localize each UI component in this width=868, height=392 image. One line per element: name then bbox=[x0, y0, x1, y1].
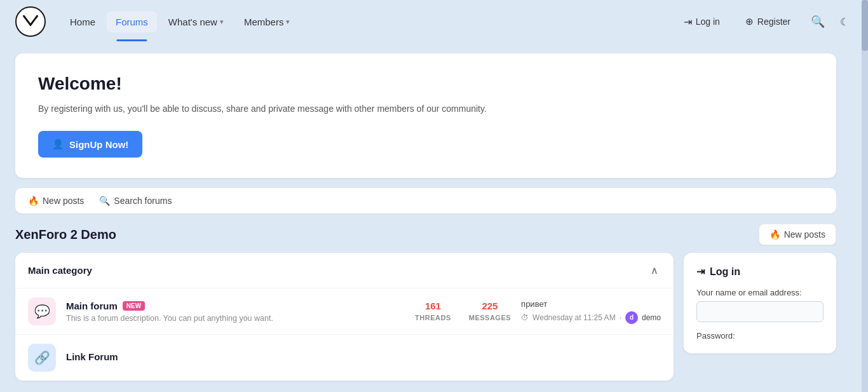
login-name-input[interactable] bbox=[696, 301, 824, 322]
forum-name-row: Main forum NEW bbox=[66, 301, 405, 311]
forum-latest: привет ⏱ Wednesday at 11:25 AM · d demo bbox=[521, 299, 661, 324]
new-badge: NEW bbox=[123, 301, 145, 311]
messages-stat: 225 MESSAGES bbox=[469, 301, 511, 323]
register-icon: ⊕ bbox=[745, 16, 754, 27]
forum-stats: 161 THREADS 225 MESSAGES bbox=[415, 301, 511, 323]
login-password-label: Password: bbox=[696, 331, 824, 341]
new-posts-button[interactable]: 🔥 New posts bbox=[759, 224, 836, 245]
moon-icon: ☾ bbox=[840, 16, 849, 28]
login-button[interactable]: ⇥ Log in bbox=[675, 11, 729, 33]
navbar: Home Forums What's new ▾ Members ▾ ⇥ Log… bbox=[0, 0, 868, 43]
messages-label: MESSAGES bbox=[469, 314, 511, 321]
search-forums-icon: 🔍 bbox=[99, 196, 110, 206]
members-chevron-icon: ▾ bbox=[286, 18, 290, 26]
forum-icon-wrap-2: 🔗 bbox=[28, 344, 56, 372]
login-card: ⇥ Log in Your name or email address: Pas… bbox=[684, 253, 836, 353]
forum-info: Main forum NEW This is a forum descripti… bbox=[66, 301, 405, 323]
new-posts-bar-item[interactable]: 🔥 New posts bbox=[28, 196, 84, 206]
fire-icon-2: 🔥 bbox=[770, 229, 780, 240]
forum-bar: 🔥 New posts 🔍 Search forums bbox=[15, 188, 836, 213]
forum-name-2[interactable]: Link Forum bbox=[66, 351, 118, 362]
latest-thread-title[interactable]: привет bbox=[521, 299, 661, 309]
forum-main: Main category ∧ 💬 Main forum NEW bbox=[15, 253, 674, 381]
nav-links: Home Forums What's new ▾ Members ▾ bbox=[61, 11, 675, 32]
bullet-separator: · bbox=[620, 313, 621, 322]
section-header: XenForo 2 Demo 🔥 New posts bbox=[15, 224, 836, 245]
user-add-icon: 👤 bbox=[52, 139, 64, 150]
section-title: XenForo 2 Demo bbox=[15, 227, 116, 242]
signup-button[interactable]: 👤 SignUp Now! bbox=[38, 131, 142, 158]
collapse-button[interactable]: ∧ bbox=[648, 262, 661, 279]
latest-meta: ⏱ Wednesday at 11:25 AM · d demo bbox=[521, 311, 661, 324]
forum-sidebar: ⇥ Log in Your name or email address: Pas… bbox=[684, 253, 836, 353]
category-card: Main category ∧ 💬 Main forum NEW bbox=[15, 253, 674, 381]
forum-name-row-2: Link Forum bbox=[66, 351, 661, 362]
scrollbar-thumb[interactable] bbox=[862, 0, 868, 51]
nav-whats-new[interactable]: What's new ▾ bbox=[159, 11, 233, 32]
forum-section: Main category ∧ 💬 Main forum NEW bbox=[15, 253, 836, 381]
messages-count: 225 bbox=[469, 301, 511, 311]
category-header: Main category ∧ bbox=[15, 253, 674, 288]
login-name-label: Your name or email address: bbox=[696, 288, 824, 297]
forum-link-icon: 🔗 bbox=[34, 350, 50, 365]
forum-info-2: Link Forum bbox=[66, 351, 661, 365]
latest-username[interactable]: demo bbox=[642, 313, 661, 322]
welcome-title: Welcome! bbox=[38, 74, 813, 94]
user-avatar: d bbox=[625, 311, 638, 324]
login-icon: ⇥ bbox=[684, 16, 692, 28]
dark-mode-button[interactable]: ☾ bbox=[836, 12, 853, 32]
search-icon: 🔍 bbox=[811, 15, 825, 29]
nav-home[interactable]: Home bbox=[61, 11, 104, 32]
search-forums-bar-item[interactable]: 🔍 Search forums bbox=[99, 196, 172, 206]
category-name: Main category bbox=[28, 265, 92, 276]
threads-stat: 161 THREADS bbox=[415, 301, 451, 323]
welcome-card: Welcome! By registering with us, you'll … bbox=[15, 53, 836, 178]
forum-chat-icon: 💬 bbox=[34, 304, 50, 319]
chevron-up-icon: ∧ bbox=[651, 265, 658, 276]
login-title: ⇥ Log in bbox=[696, 266, 824, 278]
register-button[interactable]: ⊕ Register bbox=[736, 11, 799, 32]
scrollbar[interactable] bbox=[862, 0, 868, 392]
search-button[interactable]: 🔍 bbox=[807, 11, 829, 32]
nav-forums[interactable]: Forums bbox=[107, 11, 157, 32]
table-row: 🔗 Link Forum bbox=[15, 335, 674, 381]
threads-label: THREADS bbox=[415, 314, 451, 321]
nav-members[interactable]: Members ▾ bbox=[235, 11, 299, 32]
site-logo[interactable] bbox=[15, 6, 46, 37]
forum-name[interactable]: Main forum bbox=[66, 301, 118, 311]
whats-new-chevron-icon: ▾ bbox=[220, 18, 224, 26]
threads-count: 161 bbox=[415, 301, 451, 311]
table-row: 💬 Main forum NEW This is a forum descrip… bbox=[15, 288, 674, 335]
fire-icon: 🔥 bbox=[28, 196, 39, 206]
login-card-icon: ⇥ bbox=[696, 266, 705, 278]
latest-time: Wednesday at 11:25 AM bbox=[532, 313, 616, 322]
welcome-description: By registering with us, you'll be able t… bbox=[38, 102, 813, 116]
main-content: Welcome! By registering with us, you'll … bbox=[0, 43, 851, 391]
clock-icon: ⏱ bbox=[521, 313, 529, 322]
nav-right: ⇥ Log in ⊕ Register 🔍 ☾ bbox=[675, 11, 853, 33]
forum-icon-wrap: 💬 bbox=[28, 297, 56, 325]
forum-description: This is a forum description. You can put… bbox=[66, 314, 405, 323]
